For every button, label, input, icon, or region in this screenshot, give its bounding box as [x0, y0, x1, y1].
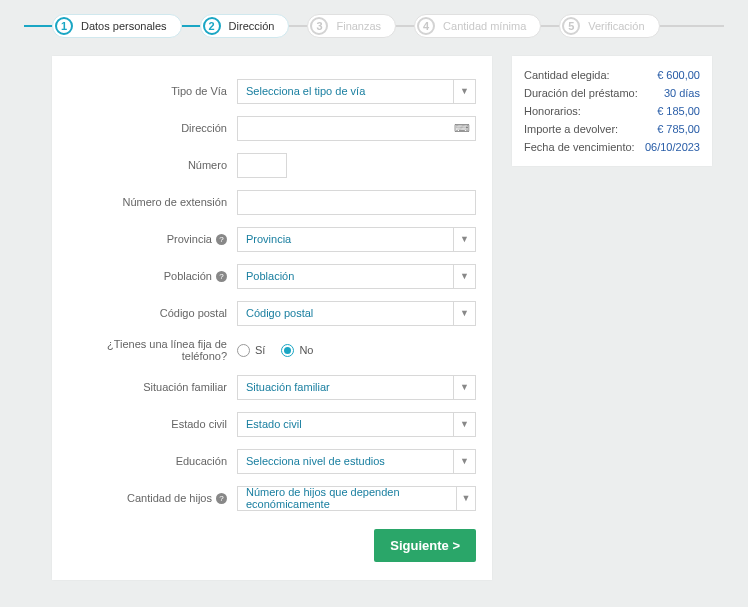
- loan-summary: Cantidad elegida: € 600,00 Duración del …: [512, 56, 712, 166]
- stepper-connector: [541, 25, 559, 27]
- step-label: Cantidad mínima: [443, 20, 526, 32]
- stepper-connector: [24, 25, 52, 27]
- radio-label: No: [299, 344, 313, 356]
- direccion-input[interactable]: [237, 116, 476, 141]
- stepper-connector: [182, 25, 200, 27]
- step-cantidad-minima: 4 Cantidad mínima: [414, 14, 541, 38]
- summary-row: Duración del préstamo: 30 días: [524, 84, 700, 102]
- radio-icon: [281, 344, 294, 357]
- summary-label: Honorarios:: [524, 105, 581, 117]
- chevron-down-icon: ▼: [456, 487, 475, 510]
- summary-value: € 600,00: [657, 69, 700, 81]
- stepper-connector: [660, 25, 724, 27]
- educacion-label: Educación: [62, 455, 237, 467]
- summary-value: 06/10/2023: [645, 141, 700, 153]
- info-icon[interactable]: ?: [216, 234, 227, 245]
- step-direccion[interactable]: 2 Dirección: [200, 14, 290, 38]
- codigo-postal-label: Código postal: [62, 307, 237, 319]
- direccion-label: Dirección: [62, 122, 237, 134]
- step-verificacion: 5 Verificación: [559, 14, 659, 38]
- select-value: Estado civil: [246, 418, 302, 430]
- poblacion-label: Población ?: [62, 270, 237, 282]
- estado-civil-label: Estado civil: [62, 418, 237, 430]
- chevron-down-icon: ▼: [453, 413, 475, 436]
- radio-label: Sí: [255, 344, 265, 356]
- step-number: 3: [310, 17, 328, 35]
- situacion-familiar-label: Situación familiar: [62, 381, 237, 393]
- numero-extension-input[interactable]: [237, 190, 476, 215]
- telefono-fijo-si-radio[interactable]: Sí: [237, 344, 265, 357]
- chevron-down-icon: ▼: [453, 228, 475, 251]
- chevron-down-icon: ▼: [453, 376, 475, 399]
- tipo-via-select[interactable]: Selecciona el tipo de vía ▼: [237, 79, 476, 104]
- estado-civil-select[interactable]: Estado civil ▼: [237, 412, 476, 437]
- numero-extension-label: Número de extensión: [62, 196, 237, 208]
- telefono-fijo-no-radio[interactable]: No: [281, 344, 313, 357]
- step-label: Verificación: [588, 20, 644, 32]
- select-value: Situación familiar: [246, 381, 330, 393]
- chevron-down-icon: ▼: [453, 80, 475, 103]
- next-button[interactable]: Siguiente >: [374, 529, 476, 562]
- situacion-familiar-select[interactable]: Situación familiar ▼: [237, 375, 476, 400]
- summary-value: € 785,00: [657, 123, 700, 135]
- step-number: 2: [203, 17, 221, 35]
- summary-label: Duración del préstamo:: [524, 87, 638, 99]
- telefono-fijo-label: ¿Tienes una línea fija de teléfono?: [62, 338, 237, 362]
- select-value: Provincia: [246, 233, 291, 245]
- summary-row: Importe a devolver: € 785,00: [524, 120, 700, 138]
- step-number: 4: [417, 17, 435, 35]
- select-value: Número de hijos que dependen económicame…: [246, 486, 456, 510]
- info-icon[interactable]: ?: [216, 493, 227, 504]
- tipo-via-label: Tipo de Vía: [62, 85, 237, 97]
- keyboard-icon: ⌨: [454, 122, 470, 135]
- provincia-select[interactable]: Provincia ▼: [237, 227, 476, 252]
- select-value: Selecciona nivel de estudios: [246, 455, 385, 467]
- step-finanzas: 3 Finanzas: [307, 14, 396, 38]
- summary-row: Honorarios: € 185,00: [524, 102, 700, 120]
- address-form: Tipo de Vía Selecciona el tipo de vía ▼ …: [52, 56, 492, 580]
- summary-value: 30 días: [664, 87, 700, 99]
- step-number: 1: [55, 17, 73, 35]
- progress-stepper: 1 Datos personales 2 Dirección 3 Finanza…: [0, 0, 748, 56]
- summary-value: € 185,00: [657, 105, 700, 117]
- summary-row: Cantidad elegida: € 600,00: [524, 66, 700, 84]
- cantidad-hijos-label: Cantidad de hijos ?: [62, 492, 237, 504]
- step-label: Finanzas: [336, 20, 381, 32]
- cantidad-hijos-select[interactable]: Número de hijos que dependen económicame…: [237, 486, 476, 511]
- chevron-down-icon: ▼: [453, 302, 475, 325]
- info-icon[interactable]: ?: [216, 271, 227, 282]
- educacion-select[interactable]: Selecciona nivel de estudios ▼: [237, 449, 476, 474]
- summary-label: Cantidad elegida:: [524, 69, 610, 81]
- provincia-label: Provincia ?: [62, 233, 237, 245]
- stepper-connector: [396, 25, 414, 27]
- numero-input[interactable]: [237, 153, 287, 178]
- codigo-postal-select[interactable]: Código postal ▼: [237, 301, 476, 326]
- step-number: 5: [562, 17, 580, 35]
- step-datos-personales[interactable]: 1 Datos personales: [52, 14, 182, 38]
- summary-label: Importe a devolver:: [524, 123, 618, 135]
- poblacion-select[interactable]: Población ▼: [237, 264, 476, 289]
- chevron-down-icon: ▼: [453, 450, 475, 473]
- numero-label: Número: [62, 159, 237, 171]
- radio-icon: [237, 344, 250, 357]
- stepper-connector: [289, 25, 307, 27]
- summary-label: Fecha de vencimiento:: [524, 141, 635, 153]
- step-label: Dirección: [229, 20, 275, 32]
- select-value: Población: [246, 270, 294, 282]
- select-value: Selecciona el tipo de vía: [246, 85, 365, 97]
- step-label: Datos personales: [81, 20, 167, 32]
- chevron-down-icon: ▼: [453, 265, 475, 288]
- select-value: Código postal: [246, 307, 313, 319]
- summary-row: Fecha de vencimiento: 06/10/2023: [524, 138, 700, 156]
